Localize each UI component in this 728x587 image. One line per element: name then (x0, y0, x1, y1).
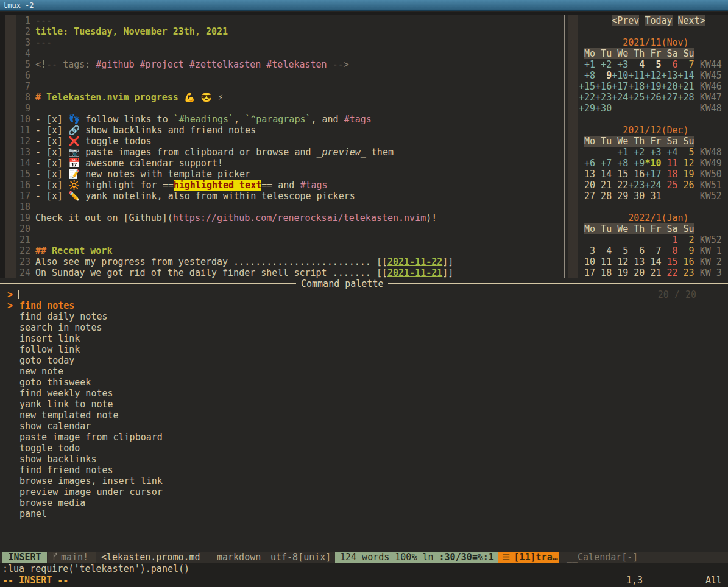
calendar-day[interactable]: 8 (661, 245, 677, 256)
calendar-day[interactable]: 15 (661, 256, 677, 267)
editor-line[interactable]: 7 (16, 81, 564, 92)
palette-item[interactable]: search in notes (0, 322, 728, 333)
calendar-day[interactable]: 4 (595, 245, 612, 256)
calendar-day[interactable]: 15 (612, 169, 628, 180)
editor-line[interactable]: 17- [x] ✏️ yank notelink, also from with… (16, 191, 564, 202)
palette-item[interactable]: find daily notes (0, 311, 728, 322)
calendar-day[interactable]: 19 (678, 169, 694, 180)
calendar-day[interactable]: +19 (645, 81, 661, 92)
palette-item[interactable]: find friend notes (0, 465, 728, 476)
calendar-day[interactable]: +27 (661, 92, 677, 103)
editor-line[interactable]: 20 (16, 223, 564, 234)
calendar-day[interactable]: 23 (678, 267, 694, 278)
calendar-day[interactable]: +2 (628, 147, 645, 158)
calendar-day[interactable]: 17 (579, 267, 595, 278)
editor-line[interactable]: 1--- (16, 15, 564, 26)
editor-line[interactable]: 23Also see my progress from yesterday ..… (16, 256, 564, 267)
calendar-day[interactable]: 5 (612, 245, 628, 256)
calendar-day[interactable]: 14 (645, 256, 661, 267)
editor-line[interactable]: 19Check it out on [Github](https://githu… (16, 213, 564, 223)
calendar-day[interactable]: 31 (645, 191, 661, 202)
calendar-day[interactable]: 13 (628, 256, 645, 267)
editor-line[interactable]: 18 (16, 202, 564, 213)
calendar-day[interactable]: +9 (628, 158, 645, 169)
calendar-day[interactable]: *10 (645, 158, 661, 169)
calendar-day[interactable]: +21 (678, 81, 694, 92)
calendar-day[interactable]: 27 (579, 191, 595, 202)
calendar-day[interactable]: +20 (661, 81, 677, 92)
calendar-day[interactable]: 16 (678, 256, 694, 267)
calendar-day[interactable]: +30 (595, 103, 612, 114)
palette-item[interactable]: show calendar (0, 421, 728, 432)
calendar-day[interactable]: +1 (612, 147, 628, 158)
editor-line[interactable]: 9 (16, 103, 564, 114)
calendar-day[interactable]: +16 (595, 81, 612, 92)
editor-line[interactable]: 21 (16, 234, 564, 245)
external-link[interactable]: https://github.com/renerocksai/telekaste… (173, 213, 426, 223)
calendar-day[interactable]: +23 (628, 180, 645, 191)
palette-item[interactable]: panel (0, 508, 728, 519)
palette-item[interactable]: goto thisweek (0, 377, 728, 388)
palette-item[interactable]: paste image from clipboard (0, 432, 728, 443)
external-link[interactable]: Github (129, 213, 162, 223)
calendar-day[interactable]: +26 (645, 92, 661, 103)
calendar-day[interactable]: +1 (579, 59, 595, 70)
calendar-day[interactable]: 25 (661, 180, 677, 191)
editor-line[interactable]: 3--- (16, 37, 564, 48)
palette-item[interactable]: yank link to note (0, 399, 728, 410)
palette-item[interactable]: toggle todo (0, 443, 728, 454)
calendar-nav-today-button[interactable]: Today (645, 15, 672, 26)
calendar-day[interactable]: +23 (595, 92, 612, 103)
palette-item[interactable]: new templated note (0, 410, 728, 421)
calendar-day[interactable]: 22 (612, 180, 628, 191)
editor-line[interactable]: 5<!-- tags: #github #project #zettelkast… (16, 59, 564, 70)
editor-line[interactable]: 14- [x] 📅 awesome calendar support! (16, 158, 564, 169)
calendar-day[interactable]: 10 (579, 256, 595, 267)
editor-line[interactable]: 4 (16, 48, 564, 59)
calendar-day[interactable]: 7 (678, 59, 694, 70)
note-link[interactable]: 2021-11-22 (387, 256, 442, 267)
calendar-day[interactable]: 3 (579, 245, 595, 256)
calendar-day[interactable]: 5 (645, 59, 661, 70)
calendar-day[interactable]: +17 (645, 169, 661, 180)
calendar-day[interactable]: +2 (595, 59, 612, 70)
calendar-day[interactable]: +29 (579, 103, 595, 114)
palette-prompt[interactable]: > 20 / 20 (0, 289, 728, 300)
calendar-day[interactable]: 13 (579, 169, 595, 180)
calendar-day[interactable]: +3 (645, 147, 661, 158)
calendar-day[interactable]: +11 (628, 70, 645, 81)
calendar-day[interactable]: +25 (628, 92, 645, 103)
calendar-day[interactable]: 12 (678, 158, 694, 169)
calendar-day[interactable]: +6 (579, 158, 595, 169)
calendar-day[interactable]: 1 (661, 234, 677, 245)
calendar-day[interactable]: 9 (595, 70, 612, 81)
palette-item[interactable]: new note (0, 366, 728, 377)
editor-line[interactable]: 6 (16, 70, 564, 81)
palette-item[interactable]: follow link (0, 344, 728, 355)
calendar-day[interactable]: 4 (628, 59, 645, 70)
calendar-nav-next-button[interactable]: Next> (678, 15, 705, 26)
calendar-day[interactable]: 14 (595, 169, 612, 180)
editor-line[interactable]: 22## Recent work (16, 245, 564, 256)
calendar-day[interactable]: 9 (678, 245, 694, 256)
calendar-day[interactable]: +7 (595, 158, 612, 169)
calendar-day[interactable]: +14 (678, 70, 694, 81)
note-link[interactable]: 2021-11-21 (387, 267, 442, 278)
calendar-day[interactable]: 6 (628, 245, 645, 256)
palette-item[interactable]: browse images, insert link (0, 476, 728, 487)
editor-line[interactable]: 12- [x] ❌ toggle todos (16, 136, 564, 147)
palette-item-selected[interactable]: > find notes (0, 300, 728, 311)
calendar-day[interactable]: +12 (645, 70, 661, 81)
calendar-day[interactable]: +4 (661, 147, 677, 158)
calendar-day[interactable]: 21 (595, 180, 612, 191)
palette-item[interactable]: find weekly notes (0, 388, 728, 399)
calendar-day[interactable]: 16 (628, 169, 645, 180)
calendar-day[interactable]: 29 (612, 191, 628, 202)
calendar-day[interactable]: 2 (678, 234, 694, 245)
calendar-day[interactable]: 11 (661, 158, 677, 169)
calendar-day[interactable]: +24 (612, 92, 628, 103)
editor-line[interactable]: 10- [x] 👣 follow links to `#headings`, `… (16, 114, 564, 125)
editor-line[interactable]: 24On Sunday we got rid of the daily find… (16, 267, 564, 278)
calendar-day[interactable]: 28 (595, 191, 612, 202)
calendar-day[interactable]: +17 (612, 81, 628, 92)
